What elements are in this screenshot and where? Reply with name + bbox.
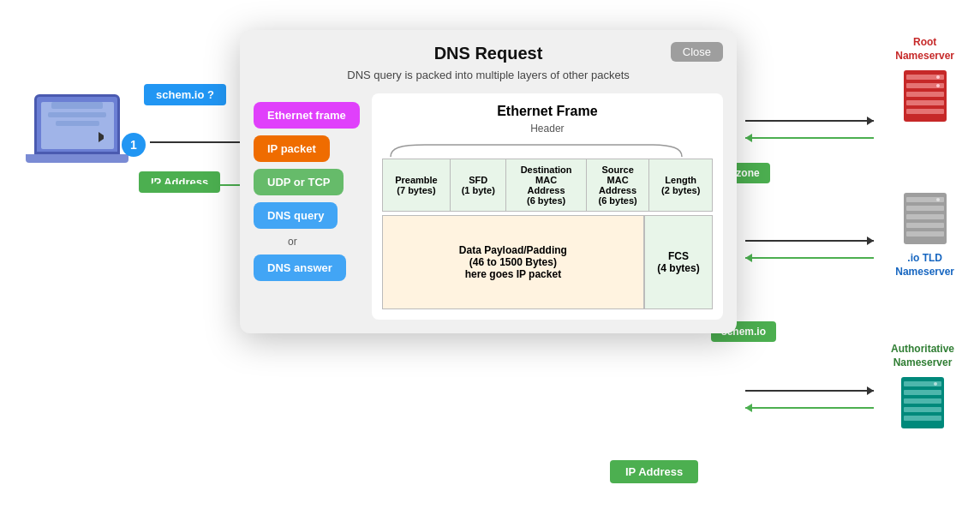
svg-rect-11 [906, 214, 944, 219]
src-mac-cell: SourceMACAddress(6 bytes) [586, 159, 649, 212]
step-badge: 1 [122, 133, 146, 157]
frame-header-section: Preamble(7 bytes) SFD(1 byte) Destinatio… [382, 141, 713, 212]
close-button[interactable]: Close [671, 42, 723, 62]
root-ns-label: RootNameserver [895, 36, 954, 63]
laptop-screen [34, 94, 120, 154]
svg-rect-19 [904, 407, 941, 412]
fcs-cell: FCS (4 bytes) [644, 215, 713, 309]
root-nameserver: RootNameserver [895, 36, 954, 126]
frame-title: Ethernet Frame [382, 104, 713, 119]
modal-subtitle: DNS query is packed into multiple layers… [254, 69, 723, 81]
svg-point-7 [936, 84, 940, 87]
brace-svg [382, 141, 713, 159]
sfd-cell: SFD(1 byte) [451, 159, 506, 212]
svg-point-6 [936, 75, 940, 79]
or-label: or [254, 236, 297, 248]
frame-header-table: Preamble(7 bytes) SFD(1 byte) Destinatio… [382, 159, 713, 212]
arrow-left-bottom [745, 407, 874, 409]
svg-rect-12 [906, 223, 944, 228]
dest-mac-cell: DestinationMACAddress(6 bytes) [506, 159, 586, 212]
payload-cell: Data Payload/Padding (46 to 1500 Bytes) … [382, 215, 644, 309]
payload-row: Data Payload/Padding (46 to 1500 Bytes) … [382, 215, 713, 309]
arrow-right-top [745, 120, 874, 122]
svg-rect-18 [904, 398, 941, 404]
laptop-screen-inner [41, 102, 114, 149]
arrow-right-bottom [745, 390, 874, 392]
tld-server-icon [899, 189, 951, 249]
svg-rect-5 [906, 109, 944, 114]
tld-ns-label: .io TLDNameserver [895, 252, 954, 278]
auth-nameserver: AuthoritativeNameserver [891, 343, 954, 433]
laptop-base [26, 154, 128, 163]
packet-stack: Ethernet frame IP packet UDP or TCP DNS … [254, 93, 360, 320]
svg-rect-17 [904, 390, 941, 395]
ip-address-label-bottom: IP Address [610, 460, 698, 483]
ip-packet-item: IP packet [254, 135, 330, 162]
length-cell: Length(2 bytes) [649, 159, 713, 212]
dns-query-item: DNS query [254, 202, 338, 229]
modal-title: DNS Request [254, 44, 723, 63]
svg-rect-20 [904, 416, 941, 421]
frame-diagram: Ethernet Frame Header Preamble(7 bytes) … [372, 93, 723, 320]
svg-rect-3 [906, 92, 944, 97]
laptop [26, 94, 128, 180]
auth-ns-label: AuthoritativeNameserver [891, 343, 954, 369]
modal-body: Ethernet frame IP packet UDP or TCP DNS … [254, 93, 723, 320]
svg-point-14 [936, 198, 940, 201]
svg-rect-10 [906, 206, 944, 211]
svg-rect-4 [906, 100, 944, 105]
ethernet-frame-item: Ethernet frame [254, 102, 360, 129]
svg-rect-13 [906, 231, 944, 237]
udp-tcp-item: UDP or TCP [254, 169, 344, 195]
preamble-cell: Preamble(7 bytes) [382, 159, 450, 212]
query-label: schem.io ? [144, 84, 226, 105]
modal: DNS Request DNS query is packed into mul… [240, 30, 737, 333]
tld-nameserver: .io TLDNameserver [895, 189, 954, 278]
dns-answer-item: DNS answer [254, 254, 346, 281]
frame-header-label: Header [382, 123, 713, 135]
arrow-left-mid [745, 257, 874, 259]
svg-point-21 [934, 382, 937, 386]
root-server-icon [899, 66, 951, 126]
auth-server-icon [897, 373, 948, 433]
arrow-right-mid [745, 240, 874, 242]
arrow-left-top [745, 137, 874, 139]
